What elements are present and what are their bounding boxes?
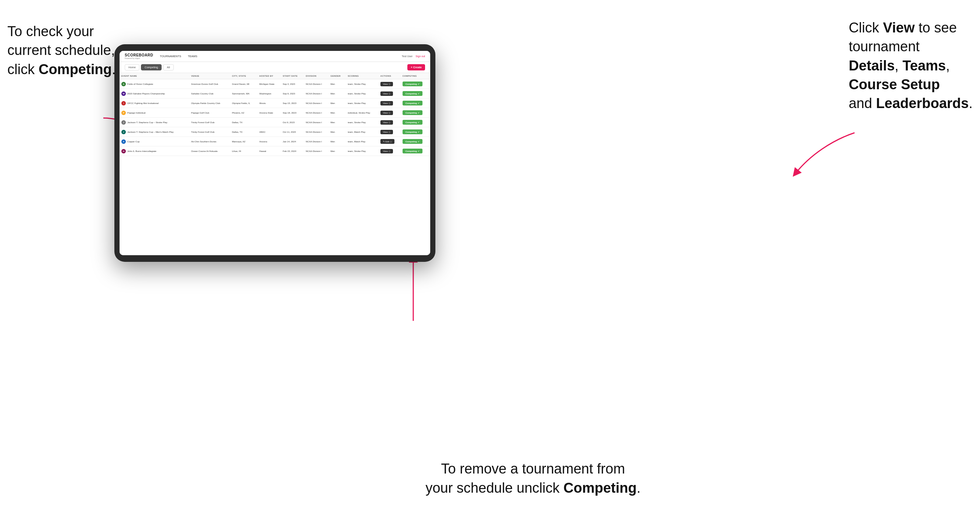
col-venue: VENUE — [189, 73, 230, 79]
col-start-date: START DATE — [281, 73, 304, 79]
competing-button[interactable]: Competing ✓ — [402, 120, 423, 125]
view-button[interactable]: View ⓘ — [380, 120, 393, 125]
competing-button[interactable]: Competing ✓ — [402, 149, 423, 153]
tab-competing[interactable]: Competing — [141, 64, 162, 70]
tablet-screen: SCOREBOARD Powered by clippd TOURNAMENTS… — [119, 51, 430, 255]
competing-button[interactable]: Competing ✓ — [402, 110, 423, 115]
nav-tournaments[interactable]: TOURNAMENTS — [160, 55, 181, 58]
table-row: W 2023 Sahalee Players Championship Saha… — [119, 89, 430, 98]
edit-button[interactable]: ✎ Edit ⓘ — [380, 139, 395, 144]
competing-button[interactable]: Competing ✓ — [402, 101, 423, 105]
view-button[interactable]: View ⓘ — [380, 101, 393, 105]
tab-all[interactable]: All — [163, 64, 173, 70]
table-row: A Copper Cup Ak-Chin Southern DunesMaric… — [119, 137, 430, 146]
filter-tabs: Home Competing All — [125, 64, 174, 70]
arrow-bottom-competing — [398, 251, 428, 325]
annotation-top-right: Click View to see tournament Details, Te… — [849, 18, 973, 113]
table-row: J Jackson T. Stephens Cup – Stroke Play … — [119, 117, 430, 127]
table-row: G Folds of Honor Collegiate American Dun… — [119, 79, 430, 89]
competing-button[interactable]: Competing ✓ — [402, 129, 423, 134]
competing-button[interactable]: Competing ✓ — [402, 81, 423, 86]
col-hosted-by: HOSTED BY — [258, 73, 281, 79]
table-body: G Folds of Honor Collegiate American Dun… — [119, 79, 430, 156]
col-city-state: CITY, STATE — [230, 73, 258, 79]
table-row: H John A. Burns Intercollegiate Ocean Co… — [119, 146, 430, 156]
table-row: I OFCC Fighting Illini Invitational Olym… — [119, 98, 430, 108]
col-event-name: EVENT NAME — [119, 73, 189, 79]
annotation-bottom: To remove a tournament from your schedul… — [425, 460, 641, 497]
create-button[interactable]: + Create — [407, 64, 425, 70]
table-row: J Jackson T. Stephens Cup – Men's Match … — [119, 127, 430, 137]
competing-button[interactable]: Competing ✓ — [402, 91, 423, 96]
scoreboard-title: SCOREBOARD — [125, 53, 153, 57]
nav-teams[interactable]: TEAMS — [188, 55, 197, 58]
table-row: P Papago Individual Papago Golf ClubPhoe… — [119, 108, 430, 117]
nav-signout[interactable]: Sign out — [415, 55, 425, 57]
nav-right: Test User Sign out — [402, 55, 425, 57]
col-competing: COMPETING — [401, 73, 430, 79]
tablet-frame: SCOREBOARD Powered by clippd TOURNAMENTS… — [115, 44, 435, 262]
view-button[interactable]: View ⓘ — [380, 111, 393, 115]
col-scoring: SCORING — [346, 73, 378, 79]
scoreboard-powered: Powered by clippd — [125, 57, 153, 59]
arrow-view-btn — [788, 125, 862, 184]
competing-button[interactable]: Competing ✓ — [402, 139, 423, 144]
nav-left: SCOREBOARD Powered by clippd TOURNAMENTS… — [125, 53, 197, 59]
filter-bar: Home Competing All + Create — [119, 62, 430, 73]
tab-home[interactable]: Home — [125, 64, 140, 70]
annotation-top-left: To check your current schedule, click Co… — [7, 22, 116, 79]
view-button[interactable]: View ⓘ — [380, 82, 393, 86]
table-container[interactable]: EVENT NAME VENUE CITY, STATE HOSTED BY S… — [119, 73, 430, 255]
col-gender: GENDER — [329, 73, 346, 79]
view-button[interactable]: View ⓘ — [380, 92, 393, 96]
tournaments-table: EVENT NAME VENUE CITY, STATE HOSTED BY S… — [119, 73, 430, 156]
view-button[interactable]: View ⓘ — [380, 149, 393, 153]
col-actions: ACTIONS — [379, 73, 401, 79]
table-header-row: EVENT NAME VENUE CITY, STATE HOSTED BY S… — [119, 73, 430, 79]
nav-bar: SCOREBOARD Powered by clippd TOURNAMENTS… — [119, 51, 430, 62]
nav-user: Test User — [402, 55, 413, 57]
col-division: DIVISION — [304, 73, 329, 79]
scoreboard-logo: SCOREBOARD Powered by clippd — [125, 53, 153, 59]
view-button[interactable]: View ⓘ — [380, 130, 393, 134]
